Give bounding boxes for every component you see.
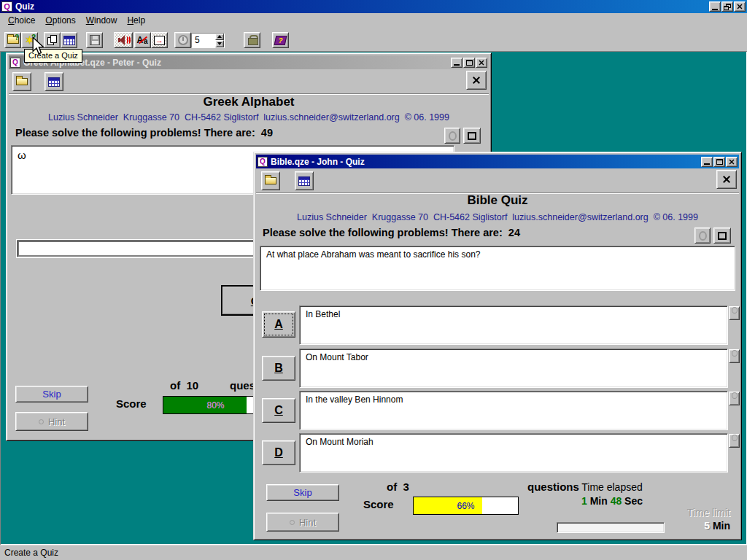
- mdi-workspace: Q Greek Alphabet.qze - Peter - Quiz Gree…: [0, 51, 747, 545]
- bible-sound-button[interactable]: [694, 228, 711, 244]
- question-list-button[interactable]: [61, 32, 77, 48]
- greek-question-text: ω: [18, 149, 26, 161]
- bible-score-label: Score: [363, 498, 394, 510]
- bible-open-button[interactable]: [261, 171, 280, 190]
- time-elapsed-block: Time elapsed 1 Min 48 Sec: [554, 481, 670, 507]
- bible-list-button[interactable]: [295, 171, 314, 190]
- greek-of-label: of 10: [170, 379, 198, 392]
- menu-choice[interactable]: Choice: [3, 14, 40, 27]
- spin-up-button[interactable]: [215, 34, 224, 41]
- bible-close-button[interactable]: [726, 157, 738, 167]
- menu-help[interactable]: Help: [122, 14, 150, 27]
- bible-exit-button[interactable]: [716, 170, 737, 189]
- bible-skip-button[interactable]: Skip: [266, 484, 339, 501]
- menu-options[interactable]: Options: [40, 14, 80, 27]
- bible-minimize-button[interactable]: [701, 157, 713, 167]
- bible-window-q-icon: Q: [258, 157, 268, 167]
- bible-of-label: of 3: [387, 481, 409, 493]
- font-button[interactable]: Aa: [134, 32, 151, 48]
- open-quiz-button[interactable]: ?: [4, 32, 21, 48]
- close-icon: [729, 159, 735, 164]
- answer-c-sound-button[interactable]: [729, 392, 740, 405]
- maximize-icon: [466, 60, 473, 66]
- greek-exit-button[interactable]: [466, 71, 487, 90]
- statusbar-text: Create a Quiz: [4, 548, 58, 558]
- lock-button[interactable]: [244, 32, 260, 48]
- greek-score-label: Score: [116, 397, 147, 410]
- main-titlebar: Q Quiz: [0, 0, 747, 13]
- sound-circle-icon: [732, 435, 738, 441]
- copy-button[interactable]: [44, 32, 61, 48]
- restore-button[interactable]: [721, 1, 733, 12]
- sound-circle-icon: [732, 350, 738, 357]
- greek-window-q-icon: Q: [10, 58, 20, 68]
- statusbar: Create a Quiz: [0, 545, 747, 560]
- save-button[interactable]: [86, 32, 103, 48]
- answer-c-button[interactable]: C: [262, 398, 295, 423]
- minimize-icon: [454, 64, 460, 66]
- minimize-icon: [704, 163, 710, 165]
- bible-window-title: Bible.qze - John - Quiz: [271, 157, 365, 167]
- bible-titlebar[interactable]: Q Bible.qze - John - Quiz: [256, 155, 739, 168]
- minimize-button[interactable]: [709, 1, 721, 12]
- help-book-icon: ?: [274, 36, 287, 45]
- bible-prompt: Please solve the following problems! The…: [263, 227, 520, 238]
- greek-hint-button[interactable]: Hint: [15, 412, 88, 431]
- answer-a-button[interactable]: A: [262, 311, 295, 338]
- spin-up-icon: [217, 35, 222, 38]
- close-x-icon: [722, 176, 731, 183]
- answer-b-text: On Mount Tabor: [306, 352, 368, 362]
- bible-maximize-button[interactable]: [713, 157, 725, 167]
- greek-sound-button[interactable]: [444, 128, 460, 144]
- picture-square-icon: [718, 232, 727, 240]
- bible-author-line: Luzius Schneider Kruggasse 70 CH-5462 Si…: [254, 212, 741, 222]
- menu-window[interactable]: Window: [81, 14, 123, 27]
- time-elapsed-sec-unit: Sec: [624, 495, 643, 507]
- timer-button[interactable]: [174, 32, 191, 48]
- main-toolbar: ? ✶? Aa → 5 ?: [0, 28, 747, 51]
- speaker-icon: [118, 35, 129, 45]
- time-limit-value: 5: [704, 520, 710, 532]
- close-button[interactable]: [734, 1, 746, 12]
- greek-close-button[interactable]: [476, 58, 487, 68]
- spin-down-button[interactable]: [215, 40, 224, 47]
- answer-a-sound-button[interactable]: [729, 306, 740, 320]
- bible-picture-button[interactable]: [713, 228, 731, 244]
- answer-b-button[interactable]: B: [262, 356, 295, 381]
- bible-quiz-heading: Bible Quiz: [254, 193, 741, 208]
- grid-icon: [63, 36, 75, 45]
- menubar: Choice Options Window Help: [0, 13, 747, 28]
- app-title: Quiz: [15, 1, 34, 12]
- greek-score-percent: 80%: [163, 397, 268, 413]
- sound-toggle-button[interactable]: [114, 32, 133, 48]
- greek-open-button[interactable]: [12, 72, 31, 91]
- time-elapsed-label: Time elapsed: [554, 481, 670, 493]
- answer-c-text: In the valley Ben Hinnom: [306, 394, 403, 405]
- help-button[interactable]: ?: [272, 32, 289, 48]
- greek-minimize-button[interactable]: [451, 58, 462, 68]
- answer-d-sound-button[interactable]: [729, 434, 740, 448]
- sound-circle-icon: [732, 307, 738, 314]
- answer-d-text: On Mount Moriah: [306, 437, 374, 447]
- bible-question-box: At what place Abraham was meant to sacri…: [260, 246, 735, 291]
- time-elapsed-min: 1: [581, 495, 587, 507]
- maximize-icon: [716, 159, 723, 165]
- time-limit-spinner[interactable]: 5: [191, 33, 225, 48]
- exit-arrow-icon: →: [154, 36, 165, 45]
- answer-b-sound-button[interactable]: [729, 349, 740, 363]
- answer-d-button[interactable]: D: [262, 440, 295, 465]
- greek-quiz-heading: Greek Alphabet: [7, 95, 491, 109]
- greek-maximize-button[interactable]: [463, 58, 475, 68]
- sound-circle-icon: [699, 231, 707, 241]
- answer-a-box: In Bethel: [299, 306, 728, 345]
- padlock-icon: [248, 35, 257, 45]
- picture-square-icon: [468, 132, 476, 140]
- minimize-icon: [712, 9, 718, 10]
- open-folder-icon: [16, 78, 28, 85]
- greek-list-button[interactable]: [44, 72, 63, 91]
- bible-hint-button[interactable]: Hint: [266, 513, 339, 532]
- exit-question-button[interactable]: →: [151, 32, 168, 48]
- spin-down-icon: [217, 42, 222, 45]
- greek-skip-button[interactable]: Skip: [15, 386, 88, 402]
- greek-picture-button[interactable]: [463, 128, 481, 144]
